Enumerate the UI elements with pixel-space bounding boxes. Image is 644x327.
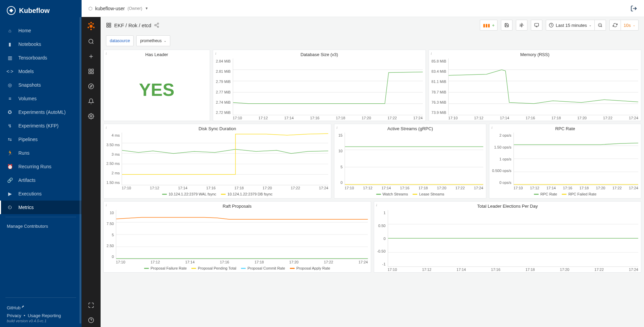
svg-marker-6	[90, 85, 92, 87]
nav-experiments-kfp[interactable]: ↯Experiments (KFP)	[0, 119, 82, 133]
save-button[interactable]	[501, 20, 512, 31]
grafana-logo-icon[interactable]	[86, 21, 96, 31]
grafana-alerting-icon[interactable]	[84, 94, 98, 108]
zoom-out-button[interactable]	[594, 20, 606, 31]
play-icon: ▶	[7, 191, 13, 197]
kubeflow-logo[interactable]: Kubeflow	[0, 0, 82, 21]
panel-memory-rss[interactable]: i Memory (RSS) 85.8 MiB83.4 MiB81.1 MiB7…	[429, 50, 641, 121]
info-icon[interactable]: i	[376, 203, 377, 207]
namespace-role: (Owner)	[127, 6, 142, 11]
grafana-config-icon[interactable]	[84, 109, 98, 123]
legend-item[interactable]: Proposal Commit Rate	[241, 266, 285, 270]
svg-rect-1	[89, 69, 90, 71]
plot-area[interactable]	[388, 210, 639, 267]
nav-executions[interactable]: ▶Executions	[0, 187, 82, 201]
refresh-button[interactable]	[609, 20, 621, 31]
add-panel-button[interactable]: ▮▮▮+	[480, 20, 498, 31]
panel-database-size[interactable]: i Database Size (v3) 2.84 MiB2.81 MiB2.7…	[213, 50, 425, 121]
nav-label: Experiments (AutoML)	[18, 109, 66, 115]
build-version: build version v0.4.0-rc.1	[7, 319, 75, 323]
y-axis: 2.84 MiB2.81 MiB2.79 MiB2.77 MiB2.74 MiB…	[213, 58, 232, 121]
sidebar-scrollbar[interactable]	[80, 17, 81, 324]
clock-icon	[549, 23, 554, 28]
nav-snapshots[interactable]: ◎Snapshots	[0, 78, 82, 92]
nav-models[interactable]: <·>Models	[0, 65, 82, 78]
namespace-name: kubeflow-user	[95, 6, 125, 11]
panel-disk-sync[interactable]: i Disk Sync Duration 4 ms3.50 ms3 ms2.50…	[103, 124, 331, 199]
plot-area[interactable]	[116, 210, 368, 259]
legend-item[interactable]: Proposal Pending Total	[191, 266, 236, 270]
plot-area[interactable]	[448, 58, 638, 115]
info-icon[interactable]: i	[106, 203, 107, 207]
monitor-icon	[534, 23, 539, 28]
nav-notebooks[interactable]: ▮Notebooks	[0, 37, 82, 51]
dashboard-breadcrumb[interactable]: EKF / Rok / etcd	[106, 22, 159, 28]
panel-raft-proposals[interactable]: i Raft Proposals 107.5052.500	[103, 201, 371, 273]
panel-has-leader[interactable]: i Has Leader YES	[103, 50, 210, 121]
x-axis: 17:1017:1217:1417:1617:1817:2017:2217:24	[122, 185, 328, 191]
time-range-label: Last 15 minutes	[556, 23, 587, 28]
share-icon[interactable]	[154, 22, 159, 28]
grafana-help-icon[interactable]	[84, 313, 98, 327]
nav-experiments-automl[interactable]: ✪Experiments (AutoML)	[0, 105, 82, 119]
plot-area[interactable]	[514, 133, 638, 185]
sidebar-footer: GitHub ⬈ Privacy • Usage Reporting build…	[0, 300, 82, 327]
grafana-explore-icon[interactable]	[84, 80, 98, 93]
grafana-create-icon[interactable]	[84, 50, 98, 63]
nav-runs[interactable]: 🏃Runs	[0, 146, 82, 160]
plot-area[interactable]	[233, 58, 423, 115]
nav-metrics[interactable]: ⏲Metrics	[0, 201, 82, 214]
dashboard-settings-button[interactable]	[516, 20, 527, 31]
info-icon[interactable]: i	[106, 125, 107, 130]
nav-manage-contributors[interactable]: Manage Contributors	[0, 220, 82, 233]
info-icon[interactable]: i	[106, 51, 107, 55]
info-icon[interactable]: i	[215, 51, 216, 55]
legend-item[interactable]: Proposal Failure Rate	[144, 266, 187, 270]
legend-item[interactable]: RPC Failed Rate	[562, 192, 596, 196]
grafana-dashboards-icon[interactable]	[84, 65, 98, 78]
info-icon[interactable]: i	[491, 125, 492, 130]
plot-area[interactable]	[345, 133, 483, 185]
legend-item[interactable]: Proposal Apply Rate	[290, 266, 330, 270]
plot-area[interactable]	[122, 133, 328, 185]
nav-label: Snapshots	[18, 82, 41, 88]
privacy-link[interactable]: Privacy	[7, 313, 21, 318]
legend-item[interactable]: 10.124.1.22:2379 DB fsync	[221, 192, 273, 196]
grafana-search-icon[interactable]	[84, 35, 98, 48]
namespace-selector[interactable]: ⬡ kubeflow-user (Owner) ▼	[88, 6, 148, 11]
legend-item[interactable]: 10.124.1.22:2379 WAL fsync	[162, 192, 216, 196]
nav-volumes[interactable]: ≡Volumes	[0, 92, 82, 105]
info-icon[interactable]: i	[336, 125, 337, 130]
trend-icon: ↯	[7, 123, 13, 129]
y-axis: 107.5052.500	[104, 210, 116, 265]
nav-pipelines[interactable]: ⇆Pipelines	[0, 133, 82, 146]
var-datasource-select[interactable]: prometheus⌄	[136, 35, 170, 46]
legend-item[interactable]: Lease Streams	[413, 192, 444, 196]
panel-title: Raft Proposals	[104, 202, 371, 210]
time-range-button[interactable]: Last 15 minutes⌄	[546, 20, 595, 31]
refresh-interval-button[interactable]: 10s⌄	[621, 20, 639, 31]
nav-home[interactable]: ⌂Home	[0, 24, 82, 37]
nav-tensorboards[interactable]: ▥Tensorboards	[0, 51, 82, 65]
nav-artifacts[interactable]: 🔗Artifacts	[0, 173, 82, 187]
legend-item[interactable]: Watch Streams	[376, 192, 408, 196]
grafana-content: EKF / Rok / etcd ▮▮▮+ Last 15 minutes⌄	[101, 17, 644, 327]
panel-title: Disk Sync Duration	[104, 124, 331, 133]
panel-leader-elections[interactable]: i Total Leader Elections Per Day 10.500-…	[374, 201, 642, 273]
github-link[interactable]: GitHub ⬈	[7, 305, 24, 310]
grafana-embed: EKF / Rok / etcd ▮▮▮+ Last 15 minutes⌄	[82, 17, 644, 327]
panel-rpc-rate[interactable]: i RPC Rate 2 ops/s1.50 ops/s1 ops/s0.500…	[489, 124, 641, 199]
info-icon[interactable]: i	[431, 51, 432, 55]
grafana-profile-icon[interactable]	[84, 298, 98, 312]
nav-recurring-runs[interactable]: ⏰Recurring Runs	[0, 160, 82, 173]
x-axis: 17:1017:1217:1417:1617:1817:2017:2217:24	[514, 185, 638, 191]
legend-item[interactable]: RPC Rate	[534, 192, 557, 196]
usage-reporting-link[interactable]: Usage Reporting	[28, 313, 61, 318]
logout-icon[interactable]	[630, 5, 637, 12]
tv-mode-button[interactable]	[531, 20, 542, 31]
list-icon: ≡	[7, 96, 13, 102]
svg-rect-4	[92, 72, 93, 74]
legend: 10.124.1.22:2379 WAL fsync 10.124.1.22:2…	[104, 191, 331, 198]
panel-active-streams[interactable]: i Active Streams (gRPC) 151050	[334, 124, 486, 199]
clock-icon: ⏰	[7, 164, 13, 170]
